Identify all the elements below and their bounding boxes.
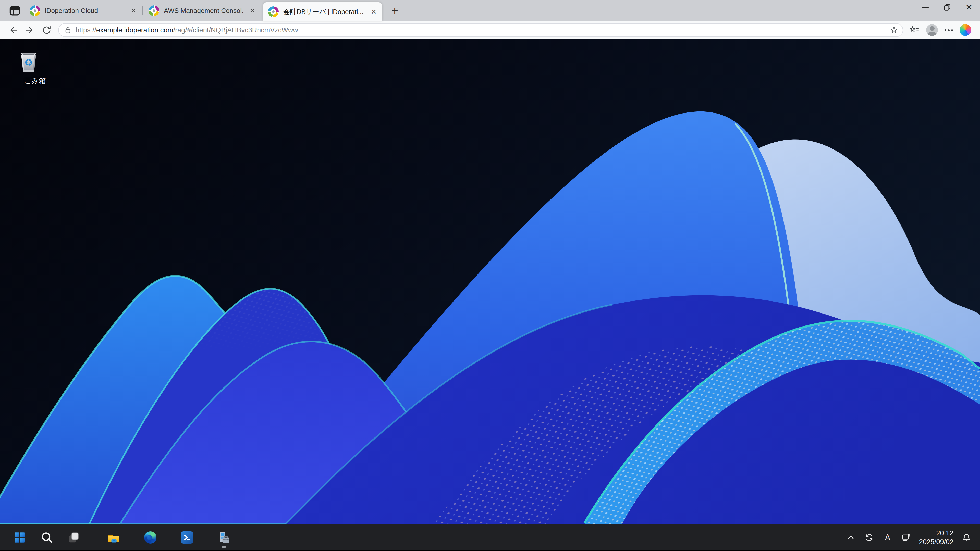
taskbar-left [9, 527, 235, 548]
forward-button[interactable] [21, 23, 38, 38]
recycle-bin-label: ごみ箱 [16, 76, 54, 86]
search-button[interactable] [36, 527, 58, 548]
forward-icon [25, 25, 35, 35]
new-tab-button[interactable]: + [387, 3, 402, 18]
window-close-icon: ✕ [966, 3, 973, 12]
close-tab-icon[interactable]: ✕ [127, 5, 139, 17]
running-app-indicator [221, 546, 226, 548]
tab-title: iDoperation Cloud [45, 7, 126, 15]
tab-separator [142, 6, 143, 15]
chevron-up-icon [846, 533, 856, 542]
tab-aws-console[interactable]: AWS Management Consol... ✕ [143, 0, 261, 21]
taskbar: A 20:12 2025/09/02 [0, 524, 980, 551]
tab-title: AWS Management Consol... [164, 7, 245, 15]
close-window-button[interactable]: ✕ [958, 0, 980, 15]
file-explorer-icon [107, 531, 120, 544]
restore-icon [943, 3, 951, 11]
tab-actions-menu-icon [9, 5, 21, 17]
copilot-icon[interactable] [959, 24, 971, 36]
taskbar-pinned-apps [103, 527, 235, 548]
taskbar-clock[interactable]: 20:12 2025/09/02 [917, 529, 956, 546]
task-view-button[interactable] [63, 527, 85, 548]
url-text: https://example.idoperation.com/rag/#/cl… [76, 26, 889, 34]
bell-icon [962, 533, 971, 542]
browser-window: iDoperation Cloud ✕ AWS Management Conso… [0, 0, 980, 551]
lock-icon [64, 26, 72, 34]
tab-title: 会計DBサーバ | iDoperati... [283, 7, 366, 16]
task-view-icon [68, 532, 80, 543]
back-button[interactable] [5, 23, 21, 38]
refresh-button[interactable] [38, 23, 55, 38]
recycle-bin-icon: ♻ [16, 50, 54, 76]
tab-actions-menu-button[interactable] [7, 3, 22, 18]
tab-strip: iDoperation Cloud ✕ AWS Management Conso… [0, 0, 980, 21]
idoperation-favicon [268, 6, 279, 17]
toolbar-right-cluster [909, 24, 971, 36]
url-scheme: https:// [76, 26, 96, 34]
svg-text:♻: ♻ [24, 57, 33, 68]
powershell-icon [181, 531, 193, 544]
start-icon [14, 531, 26, 544]
idoperation-favicon [148, 5, 159, 16]
system-tray: A 20:12 2025/09/02 [843, 528, 974, 547]
address-bar[interactable]: https://example.idoperation.com/rag/#/cl… [58, 23, 903, 37]
edge-icon [144, 531, 156, 544]
sync-icon [864, 533, 874, 542]
powershell-button[interactable] [176, 527, 198, 548]
server-manager-button[interactable] [213, 527, 235, 548]
close-tab-icon[interactable]: ✕ [368, 6, 380, 17]
tab-kaikei-db-server-active[interactable]: 会計DBサーバ | iDoperati... ✕ [263, 2, 382, 21]
tray-network-button[interactable] [899, 528, 913, 547]
file-explorer-button[interactable] [103, 527, 124, 548]
more-options-icon[interactable] [945, 29, 953, 31]
tray-sync-button[interactable] [862, 528, 877, 547]
search-icon [41, 531, 53, 544]
profile-avatar[interactable] [926, 24, 938, 36]
refresh-icon [41, 25, 52, 35]
desktop-wallpaper [0, 39, 980, 524]
browser-toolbar: https://example.idoperation.com/rag/#/cl… [0, 21, 980, 39]
tab-idoperation-cloud[interactable]: iDoperation Cloud ✕ [24, 0, 142, 21]
clock-time: 20:12 [919, 529, 953, 537]
close-tab-icon[interactable]: ✕ [247, 5, 258, 17]
minimize-button[interactable] [914, 0, 936, 15]
network-icon [901, 532, 911, 543]
favorites-bar-icon[interactable] [909, 25, 920, 35]
ime-indicator: A [885, 533, 891, 542]
recycle-bin-desktop-icon[interactable]: ♻ ごみ箱 [16, 50, 54, 86]
edge-browser-button[interactable] [139, 527, 161, 548]
notifications-button[interactable] [959, 528, 974, 547]
url-path: /rag/#/client/NQBjAHBvc3RncmVzcWww [173, 26, 298, 34]
clock-date: 2025/09/02 [919, 537, 953, 546]
back-icon [8, 25, 18, 35]
url-host: example.idoperation.com [96, 26, 173, 34]
tray-chevron-up-button[interactable] [843, 528, 858, 547]
window-controls: ✕ [914, 0, 980, 15]
idoperation-favicon [30, 5, 40, 16]
minimize-icon [922, 7, 929, 8]
favorite-star-icon[interactable] [889, 25, 899, 35]
remote-desktop-viewport: ♻ ごみ箱 [0, 39, 980, 524]
server-manager-icon [218, 531, 230, 544]
start-button[interactable] [9, 527, 30, 548]
restore-button[interactable] [936, 0, 958, 15]
tray-ime-button[interactable]: A [880, 528, 895, 547]
